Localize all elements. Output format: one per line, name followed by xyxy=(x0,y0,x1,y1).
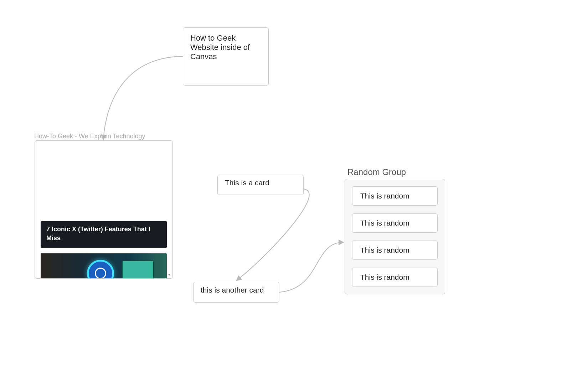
article-thumbnail[interactable] xyxy=(41,253,167,278)
thumbnail-device xyxy=(122,261,154,278)
article-headline-text: 7 Iconic X (Twitter) Features That I Mis… xyxy=(46,226,150,242)
group-item[interactable]: This is random xyxy=(352,186,438,206)
group-item-text: This is random xyxy=(360,273,409,281)
iframe-content-top xyxy=(35,141,172,221)
card-text: this is another card xyxy=(201,286,264,294)
group-item[interactable]: This is random xyxy=(352,241,438,260)
group-item-text: This is random xyxy=(360,219,409,227)
group-item[interactable]: This is random xyxy=(352,213,438,233)
group-random[interactable]: This is random This is random This is ra… xyxy=(345,179,445,294)
canvas[interactable]: How to Geek Website inside of Canvas How… xyxy=(0,0,588,392)
card-this-is-a-card[interactable]: This is a card xyxy=(217,175,304,195)
iframe-expand-handle[interactable]: ▾ xyxy=(168,272,170,277)
card-text: This is a card xyxy=(225,179,269,187)
card-this-is-another-card[interactable]: this is another card xyxy=(193,282,279,303)
note-card-geek[interactable]: How to Geek Website inside of Canvas xyxy=(183,27,269,86)
article-headline[interactable]: 7 Iconic X (Twitter) Features That I Mis… xyxy=(41,221,167,248)
group-item[interactable]: This is random xyxy=(352,268,438,287)
note-text: How to Geek Website inside of Canvas xyxy=(190,33,250,61)
thumbnail-logo-inner xyxy=(95,268,106,278)
group-label-random: Random Group xyxy=(347,167,406,177)
iframe-title-label: How-To Geek - We Explain Technology xyxy=(34,133,145,140)
iframe-howtogeek[interactable]: 7 Iconic X (Twitter) Features That I Mis… xyxy=(35,140,173,279)
group-item-text: This is random xyxy=(360,192,409,200)
group-item-text: This is random xyxy=(360,246,409,254)
thumbnail-logo-circle xyxy=(87,260,114,278)
